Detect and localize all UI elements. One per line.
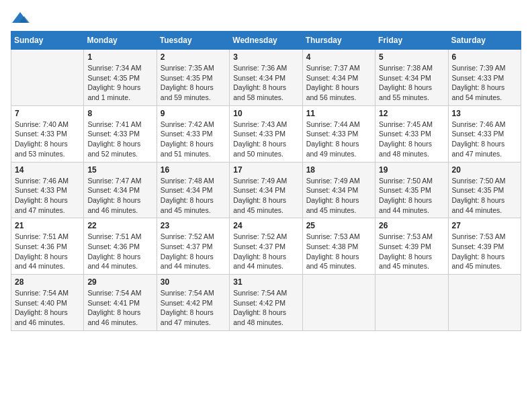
day-info: Sunrise: 7:54 AMSunset: 4:42 PMDaylight:… (161, 288, 226, 328)
calendar-week-3: 14Sunrise: 7:46 AMSunset: 4:33 PMDayligh… (11, 162, 521, 218)
day-number: 11 (306, 109, 371, 118)
calendar-cell: 16Sunrise: 7:48 AMSunset: 4:34 PMDayligh… (157, 162, 229, 218)
logo-icon (11, 11, 30, 26)
calendar-cell: 4Sunrise: 7:37 AMSunset: 4:34 PMDaylight… (302, 50, 375, 106)
calendar-cell: 22Sunrise: 7:51 AMSunset: 4:36 PMDayligh… (84, 218, 157, 275)
day-number: 23 (161, 221, 226, 230)
day-info: Sunrise: 7:51 AMSunset: 4:36 PMDaylight:… (15, 232, 80, 271)
day-info: Sunrise: 7:53 AMSunset: 4:38 PMDaylight:… (306, 232, 371, 271)
calendar-cell: 21Sunrise: 7:51 AMSunset: 4:36 PMDayligh… (11, 218, 84, 275)
day-info: Sunrise: 7:43 AMSunset: 4:33 PMDaylight:… (233, 120, 298, 159)
day-number: 18 (306, 165, 371, 175)
calendar-cell: 19Sunrise: 7:50 AMSunset: 4:35 PMDayligh… (375, 162, 448, 218)
weekday-header-friday: Friday (375, 32, 448, 50)
day-info: Sunrise: 7:49 AMSunset: 4:34 PMDaylight:… (306, 176, 371, 216)
calendar-week-4: 21Sunrise: 7:51 AMSunset: 4:36 PMDayligh… (11, 218, 521, 275)
day-number: 31 (233, 277, 298, 287)
day-number: 25 (306, 221, 371, 230)
day-info: Sunrise: 7:37 AMSunset: 4:34 PMDaylight:… (306, 63, 371, 103)
calendar-week-2: 7Sunrise: 7:40 AMSunset: 4:33 PMDaylight… (11, 105, 521, 162)
day-info: Sunrise: 7:44 AMSunset: 4:33 PMDaylight:… (306, 120, 371, 159)
day-info: Sunrise: 7:38 AMSunset: 4:34 PMDaylight:… (379, 63, 444, 103)
page-header (11, 11, 521, 26)
day-number: 22 (87, 221, 152, 230)
day-number: 24 (233, 221, 298, 230)
calendar-cell: 11Sunrise: 7:44 AMSunset: 4:33 PMDayligh… (302, 105, 375, 162)
calendar-week-5: 28Sunrise: 7:54 AMSunset: 4:40 PMDayligh… (11, 275, 521, 331)
calendar-cell: 29Sunrise: 7:54 AMSunset: 4:41 PMDayligh… (84, 275, 157, 331)
day-number: 19 (379, 165, 444, 175)
calendar-cell: 3Sunrise: 7:36 AMSunset: 4:34 PMDaylight… (230, 50, 302, 106)
day-info: Sunrise: 7:42 AMSunset: 4:33 PMDaylight:… (161, 120, 226, 159)
day-info: Sunrise: 7:45 AMSunset: 4:33 PMDaylight:… (379, 120, 444, 159)
calendar-cell: 8Sunrise: 7:41 AMSunset: 4:33 PMDaylight… (84, 105, 157, 162)
calendar-cell (375, 275, 448, 331)
day-info: Sunrise: 7:36 AMSunset: 4:34 PMDaylight:… (233, 63, 298, 103)
day-info: Sunrise: 7:54 AMSunset: 4:42 PMDaylight:… (233, 288, 298, 328)
day-number: 17 (233, 165, 298, 175)
calendar-cell: 15Sunrise: 7:47 AMSunset: 4:34 PMDayligh… (84, 162, 157, 218)
calendar-cell: 12Sunrise: 7:45 AMSunset: 4:33 PMDayligh… (375, 105, 448, 162)
calendar-cell: 27Sunrise: 7:53 AMSunset: 4:39 PMDayligh… (448, 218, 521, 275)
day-info: Sunrise: 7:41 AMSunset: 4:33 PMDaylight:… (87, 120, 152, 159)
day-number: 8 (87, 109, 152, 118)
calendar-cell: 31Sunrise: 7:54 AMSunset: 4:42 PMDayligh… (230, 275, 302, 331)
calendar-cell: 2Sunrise: 7:35 AMSunset: 4:35 PMDaylight… (157, 50, 229, 106)
calendar-cell: 17Sunrise: 7:49 AMSunset: 4:34 PMDayligh… (230, 162, 302, 218)
calendar-cell (448, 275, 521, 331)
day-number: 14 (15, 165, 80, 175)
weekday-header-wednesday: Wednesday (230, 32, 302, 50)
weekday-header-thursday: Thursday (302, 32, 375, 50)
calendar-cell: 1Sunrise: 7:34 AMSunset: 4:35 PMDaylight… (84, 50, 157, 106)
day-info: Sunrise: 7:51 AMSunset: 4:36 PMDaylight:… (87, 232, 152, 271)
day-number: 4 (306, 52, 371, 62)
day-info: Sunrise: 7:34 AMSunset: 4:35 PMDaylight:… (87, 63, 152, 103)
day-info: Sunrise: 7:49 AMSunset: 4:34 PMDaylight:… (233, 176, 298, 216)
calendar-week-1: 1Sunrise: 7:34 AMSunset: 4:35 PMDaylight… (11, 50, 521, 106)
day-number: 13 (452, 109, 517, 118)
day-number: 21 (15, 221, 80, 230)
day-number: 29 (87, 277, 152, 287)
calendar-cell: 18Sunrise: 7:49 AMSunset: 4:34 PMDayligh… (302, 162, 375, 218)
day-number: 30 (161, 277, 226, 287)
day-info: Sunrise: 7:50 AMSunset: 4:35 PMDaylight:… (379, 176, 444, 216)
day-info: Sunrise: 7:52 AMSunset: 4:37 PMDaylight:… (161, 232, 226, 271)
calendar-cell: 24Sunrise: 7:52 AMSunset: 4:37 PMDayligh… (230, 218, 302, 275)
logo (11, 11, 32, 26)
day-number: 26 (379, 221, 444, 230)
day-number: 6 (452, 52, 517, 62)
day-info: Sunrise: 7:52 AMSunset: 4:37 PMDaylight:… (233, 232, 298, 271)
day-number: 5 (379, 52, 444, 62)
weekday-header-saturday: Saturday (448, 32, 521, 50)
day-number: 12 (379, 109, 444, 118)
calendar-cell: 20Sunrise: 7:50 AMSunset: 4:35 PMDayligh… (448, 162, 521, 218)
calendar-cell: 13Sunrise: 7:46 AMSunset: 4:33 PMDayligh… (448, 105, 521, 162)
day-info: Sunrise: 7:47 AMSunset: 4:34 PMDaylight:… (87, 176, 152, 216)
calendar-cell: 26Sunrise: 7:53 AMSunset: 4:39 PMDayligh… (375, 218, 448, 275)
calendar-cell (302, 275, 375, 331)
day-number: 10 (233, 109, 298, 118)
calendar-cell: 5Sunrise: 7:38 AMSunset: 4:34 PMDaylight… (375, 50, 448, 106)
day-info: Sunrise: 7:35 AMSunset: 4:35 PMDaylight:… (161, 63, 226, 103)
day-number: 9 (161, 109, 226, 118)
calendar-cell: 25Sunrise: 7:53 AMSunset: 4:38 PMDayligh… (302, 218, 375, 275)
day-info: Sunrise: 7:54 AMSunset: 4:40 PMDaylight:… (15, 288, 80, 328)
weekday-header-sunday: Sunday (11, 32, 84, 50)
calendar-cell: 7Sunrise: 7:40 AMSunset: 4:33 PMDaylight… (11, 105, 84, 162)
day-info: Sunrise: 7:40 AMSunset: 4:33 PMDaylight:… (15, 120, 80, 159)
day-info: Sunrise: 7:46 AMSunset: 4:33 PMDaylight:… (15, 176, 80, 216)
day-info: Sunrise: 7:53 AMSunset: 4:39 PMDaylight:… (452, 232, 517, 271)
day-number: 28 (15, 277, 80, 287)
day-info: Sunrise: 7:39 AMSunset: 4:33 PMDaylight:… (452, 63, 517, 103)
weekday-header-row: SundayMondayTuesdayWednesdayThursdayFrid… (11, 32, 521, 50)
day-number: 3 (233, 52, 298, 62)
day-number: 16 (161, 165, 226, 175)
day-number: 27 (452, 221, 517, 230)
day-number: 1 (87, 52, 152, 62)
day-info: Sunrise: 7:53 AMSunset: 4:39 PMDaylight:… (379, 232, 444, 271)
day-info: Sunrise: 7:48 AMSunset: 4:34 PMDaylight:… (161, 176, 226, 216)
calendar-cell: 30Sunrise: 7:54 AMSunset: 4:42 PMDayligh… (157, 275, 229, 331)
day-info: Sunrise: 7:54 AMSunset: 4:41 PMDaylight:… (87, 288, 152, 328)
day-number: 7 (15, 109, 80, 118)
calendar-cell: 9Sunrise: 7:42 AMSunset: 4:33 PMDaylight… (157, 105, 229, 162)
